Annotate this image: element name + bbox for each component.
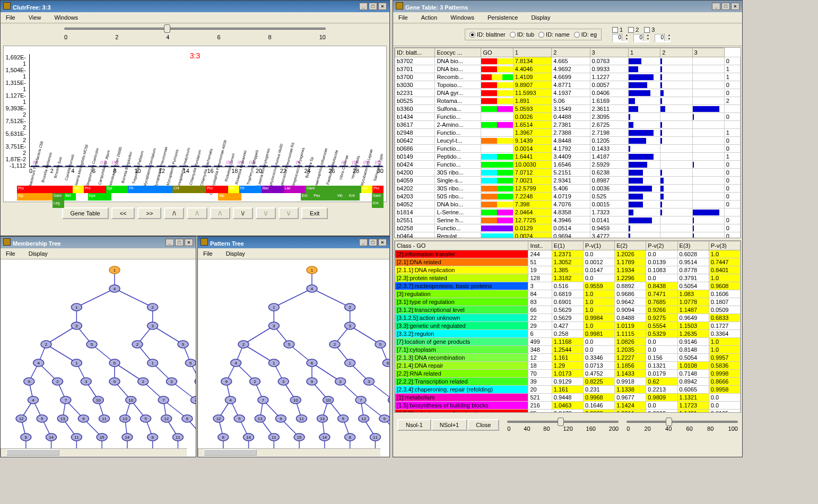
menu-file[interactable]: File [3, 249, 18, 258]
col-header[interactable]: ID: blatt... [395, 48, 435, 57]
gene-titlebar[interactable]: Gene Table: 3 Patterns _□× [393, 1, 742, 12]
col-header[interactable]: E(3) [677, 241, 709, 250]
btn-nsol-1[interactable]: Nsol-1 [397, 419, 431, 431]
col-header[interactable]: P-v(1) [583, 241, 614, 250]
slider-1[interactable]: 04080120160200 [507, 418, 619, 432]
col-header[interactable]: 3 [590, 48, 628, 57]
table-row[interactable]: b3360Sulfona... 5.05933.15492.3611 [395, 105, 741, 113]
exit-button[interactable]: Exit [301, 207, 328, 219]
down-button-3[interactable]: \/ [279, 207, 299, 219]
table-row[interactable]: [3]:regulation 840.68191.00.96860.74711.… [395, 290, 741, 298]
table-row[interactable]: [1.5]:biosynthesis of building blocks 21… [395, 402, 741, 410]
slider-thumb[interactable] [164, 24, 170, 33]
go-class-table[interactable]: Class - GOInst..E(1)P-v(1)E(2)P-v(2)E(3)… [394, 240, 741, 413]
check-2[interactable]: 2 [628, 27, 639, 33]
menu-windows[interactable]: Windows [51, 13, 81, 22]
pattern-titlebar[interactable]: Pattern Tree _□× [198, 237, 389, 248]
member-titlebar[interactable]: Membership Tree _□× [1, 237, 196, 248]
table-row[interactable]: [3.3]:genetic unit regulated 290.4271.01… [395, 322, 741, 330]
table-row[interactable]: [7.1]:cytoplasm 3481.25440.01.20350.00.8… [395, 346, 741, 354]
up-button-2[interactable]: /\ [187, 207, 207, 219]
check-3[interactable]: 3 [644, 27, 655, 33]
col-header[interactable]: 1 [628, 48, 660, 57]
col-header[interactable]: P-v(2) [646, 241, 677, 250]
radio-ID--name[interactable]: ID: name [538, 31, 570, 38]
col-header[interactable]: 1 [513, 48, 551, 57]
table-row[interactable]: b0642Leucyl-t... 9.14394.84480.1205 0 [395, 137, 741, 145]
menu-action[interactable]: Action [419, 13, 440, 22]
scrollbar-h[interactable] [198, 448, 381, 457]
table-row[interactable]: b4059Single-s... 7.00212.93410.8987 0 [395, 177, 741, 185]
close-icon[interactable]: × [378, 3, 387, 10]
menu-file[interactable]: File [396, 13, 411, 22]
minimize-icon[interactable]: _ [359, 3, 368, 10]
minimize-icon[interactable]: _ [712, 3, 720, 10]
slider-thumb[interactable] [558, 418, 564, 426]
next-button[interactable]: >> [137, 207, 161, 219]
table-row[interactable]: [7]:location of gene products 4991.11680… [395, 338, 741, 346]
table-row[interactable]: [3.1]:type of regulation 830.69011.00.96… [395, 298, 741, 306]
radio-ID--tub[interactable]: ID: tub [510, 31, 534, 38]
table-row[interactable]: b36172-Amino... 1.65142.73812.6725 [395, 121, 741, 129]
table-row[interactable]: b0258Functio... 0.01290.05140.9459 0 [395, 224, 741, 232]
table-row[interactable]: [2.1]:DNA related 511.30520.00121.17890.… [395, 258, 741, 266]
col-header[interactable]: 2 [660, 48, 692, 57]
radio-ID--blattner[interactable]: ID: blattner [469, 31, 506, 38]
table-row[interactable]: [2.3.7]:nucleoproteins, basic proteins 3… [395, 282, 741, 290]
table-row[interactable]: [2.2.2]:Transcription related 390.91290.… [395, 378, 741, 386]
scrollbar-thumb[interactable] [204, 449, 257, 456]
table-row[interactable]: b2948Functio... 1.39672.73882.7198 1 [395, 129, 741, 137]
spinner-0[interactable]: 0 [612, 34, 628, 42]
menu-display[interactable]: Display [528, 13, 553, 22]
close-icon[interactable]: × [185, 239, 193, 246]
table-row[interactable]: b3700Recomb... 1.41094.66991.1227 1 [395, 73, 741, 81]
pattern-tree-canvas[interactable]: 1412332525416169239231047101074125139111… [198, 259, 389, 457]
col-header[interactable]: 2 [552, 48, 590, 57]
menu-persistence[interactable]: Persistence [485, 13, 520, 22]
check-1[interactable]: 1 [612, 27, 623, 33]
table-row[interactable]: b0424Functio... 10.00301.65462.5929 0 [395, 161, 741, 169]
col-header[interactable]: Class - GO [395, 241, 528, 250]
up-button-1[interactable]: /\ [164, 207, 184, 219]
table-row[interactable]: b420230S ribo... 12.57995.4060.0036 0 [395, 185, 741, 193]
minimize-icon[interactable]: _ [166, 239, 174, 246]
col-header[interactable]: Ecocyc ... [435, 48, 481, 57]
table-row[interactable]: b0149Peptido... 1.64413.44091.4187 1 [395, 153, 741, 161]
menu-display[interactable]: Display [26, 249, 50, 258]
down-button-1[interactable]: \/ [233, 207, 253, 219]
table-row[interactable]: b420030S ribo... 7.07125.21510.6238 0 [395, 169, 741, 177]
table-row[interactable]: b0525Rotama... 1.8915.061.6169 2 [395, 97, 741, 105]
menu-file[interactable]: File [3, 13, 18, 22]
minimize-icon[interactable]: _ [359, 239, 368, 246]
slider-thumb[interactable] [666, 418, 672, 426]
table-row[interactable]: [1]:metabolism 5210.94480.99680.96770.98… [395, 394, 741, 402]
down-button-2[interactable]: \/ [256, 207, 276, 219]
table-row[interactable]: b0464Regulat... 0.00240.96943.4772 0 [395, 232, 741, 239]
up-button-3[interactable]: /\ [210, 207, 230, 219]
table-row[interactable]: b0686Functio... 0.00144.17920.1433 0 [395, 145, 741, 153]
menu-file[interactable]: File [201, 249, 215, 258]
table-row[interactable]: b2551Serine h... 12.77254.39460.0141 0 [395, 216, 741, 224]
gene-table-button[interactable]: Gene Table [62, 207, 109, 219]
table-row[interactable]: b2231DNA gyr... 11.59934.19370.0406 0 [395, 89, 741, 97]
col-header[interactable]: E(1) [552, 241, 583, 250]
table-row[interactable]: [2.1.4]:DNA repair 181.290.07131.18560.1… [395, 362, 741, 370]
spinner-2[interactable]: 0 [655, 34, 671, 42]
clutr-titlebar[interactable]: ClutrFree: 3:3 _ □ × [1, 1, 389, 12]
slider-2[interactable]: 020406080100 [626, 418, 738, 432]
table-row[interactable]: [2.3.4]:chaperoning, repair (refolding) … [395, 386, 741, 394]
table-row[interactable]: [2.3]:protein related 1281.31820.01.2296… [395, 274, 741, 282]
close-icon[interactable]: × [378, 239, 387, 246]
col-header[interactable]: P-v(3) [709, 241, 740, 250]
col-header[interactable]: E(2) [615, 241, 646, 250]
table-row[interactable]: [1.5.3]:cofactors, small molecule carrie… [395, 410, 741, 413]
scrollbar-h[interactable] [1, 448, 187, 457]
table-row[interactable]: b1814L-Serine... 2.04644.83581.7323 [395, 208, 741, 216]
menu-view[interactable]: View [26, 13, 44, 22]
membership-tree-canvas[interactable]: 1412332525416169239231047101074125139111… [1, 259, 196, 457]
col-header[interactable]: Inst.. [528, 241, 552, 250]
menu-windows[interactable]: Windows [448, 13, 477, 22]
spinner-1[interactable]: 0 [633, 34, 649, 42]
col-header[interactable]: GO [481, 48, 513, 57]
btn-nsol+1[interactable]: NSol+1 [431, 419, 467, 431]
